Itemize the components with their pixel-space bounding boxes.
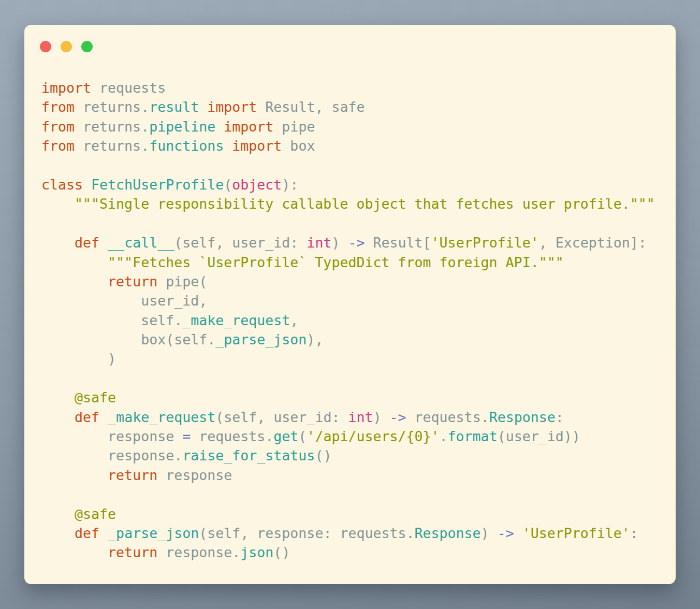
window-card: import requestsfrom returns.result impor… xyxy=(24,25,676,584)
code-block: import requestsfrom returns.result impor… xyxy=(41,78,676,562)
code-line: user_id, xyxy=(41,291,676,310)
code-line: from returns.result import Result, safe xyxy=(41,97,676,117)
code-line: from returns.pipeline import pipe xyxy=(41,117,676,136)
code-line: """Single responsibility callable object… xyxy=(41,194,676,213)
code-line: def _make_request(self, user_id: int) ->… xyxy=(41,408,676,427)
code-line: ) xyxy=(41,349,676,368)
code-line: """Fetches `UserProfile` TypedDict from … xyxy=(41,253,676,272)
code-line: from returns.functions import box xyxy=(41,136,676,155)
code-line: return response xyxy=(41,466,676,485)
titlebar xyxy=(24,25,676,52)
code-line: def __call__(self, user_id: int) -> Resu… xyxy=(41,233,676,252)
minimize-button[interactable] xyxy=(61,41,72,52)
code-line: self._make_request, xyxy=(41,311,676,330)
code-line: box(self._parse_json), xyxy=(41,330,676,349)
code-line: response = requests.get('/api/users/{0}'… xyxy=(41,427,676,446)
code-line: response.raise_for_status() xyxy=(41,446,676,465)
maximize-button[interactable] xyxy=(81,41,93,52)
close-button[interactable] xyxy=(40,41,51,52)
code-line xyxy=(41,369,676,388)
code-line: class FetchUserProfile(object): xyxy=(41,175,676,194)
code-line: @safe xyxy=(41,504,676,524)
code-line: @safe xyxy=(41,388,676,407)
code-line: return response.json() xyxy=(41,543,676,562)
code-line: import requests xyxy=(41,78,676,97)
code-line xyxy=(41,485,676,504)
code-line xyxy=(41,156,676,175)
code-line xyxy=(41,214,676,233)
code-line: def _parse_json(self, response: requests… xyxy=(41,524,676,543)
code-line: return pipe( xyxy=(41,272,676,291)
